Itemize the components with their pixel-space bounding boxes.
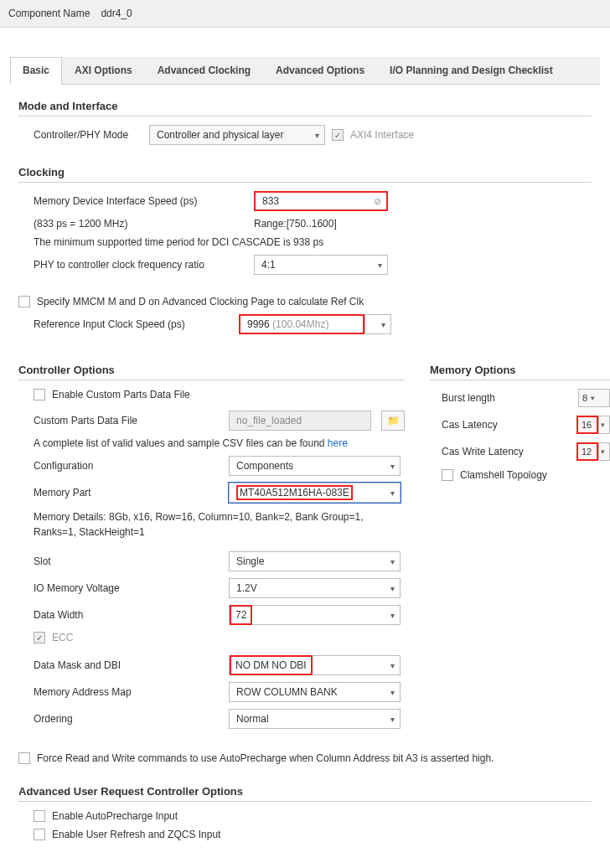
tab-io-planning[interactable]: I/O Planning and Design Checklist bbox=[377, 57, 566, 84]
divider bbox=[18, 801, 592, 802]
tab-advanced-clocking[interactable]: Advanced Clocking bbox=[145, 57, 263, 84]
controller-mode-value: Controller and physical layer bbox=[157, 129, 283, 141]
phy-ratio-select[interactable]: 4:1 ▾ bbox=[254, 255, 388, 275]
addr-map-value: ROW COLUMN BANK bbox=[236, 686, 338, 698]
chevron-down-icon: ▾ bbox=[378, 261, 382, 270]
axi4-label: AXI4 Interface bbox=[350, 129, 414, 141]
chevron-down-icon: ▾ bbox=[390, 584, 395, 593]
memory-part-value: MT40A512M16HA-083E bbox=[236, 485, 353, 500]
chevron-down-icon: ▾ bbox=[601, 447, 605, 456]
slot-select[interactable]: Single ▾ bbox=[229, 551, 401, 571]
autoprecharge-input-label: Enable AutoPrecharge Input bbox=[52, 810, 178, 822]
ref-clk-label: Reference Input Clock Speed (ps) bbox=[34, 318, 232, 330]
data-width-select[interactable]: 72 ▾ bbox=[229, 605, 401, 625]
ordering-select[interactable]: Normal ▾ bbox=[229, 709, 401, 729]
force-autoprecharge-label: Force Read and Write commands to use Aut… bbox=[37, 752, 494, 764]
enable-custom-parts-checkbox[interactable] bbox=[34, 389, 45, 400]
cas-write-latency-value: 12 bbox=[582, 447, 592, 457]
cas-write-latency-value-box[interactable]: 12 bbox=[576, 442, 598, 461]
autoprecharge-input-checkbox[interactable] bbox=[34, 810, 45, 822]
data-width-value: 72 bbox=[230, 605, 252, 625]
slot-value: Single bbox=[236, 555, 264, 567]
tab-advanced-options[interactable]: Advanced Options bbox=[263, 57, 377, 84]
custom-parts-file-label: Custom Parts Data File bbox=[34, 415, 222, 426]
divider bbox=[18, 116, 592, 116]
voltage-label: IO Memory Voltage bbox=[34, 582, 222, 594]
dm-dbi-value: NO DM NO DBI bbox=[230, 655, 313, 675]
chevron-down-icon: ▾ bbox=[601, 421, 605, 429]
csv-here-link[interactable]: here bbox=[328, 437, 348, 449]
mem-speed-input[interactable]: 833 ⊘ bbox=[254, 191, 388, 211]
divider bbox=[18, 380, 405, 380]
clear-icon[interactable]: ⊘ bbox=[374, 196, 381, 207]
ecc-checkbox bbox=[34, 632, 45, 643]
ref-clk-select-text[interactable]: 9996 (100.04Mhz) bbox=[239, 314, 364, 334]
controller-options-title: Controller Options bbox=[18, 364, 405, 376]
data-width-label: Data Width bbox=[34, 609, 222, 621]
component-name-input[interactable] bbox=[98, 5, 602, 22]
memory-part-label: Memory Part bbox=[34, 487, 222, 499]
user-refresh-zqcs-checkbox[interactable] bbox=[34, 829, 45, 840]
folder-icon: 📁 bbox=[387, 415, 400, 426]
dm-dbi-select[interactable]: NO DM NO DBI ▾ bbox=[229, 655, 401, 675]
clocking-title: Clocking bbox=[18, 166, 592, 178]
clamshell-checkbox[interactable] bbox=[442, 469, 453, 481]
cas-write-latency-chevron[interactable]: ▾ bbox=[598, 442, 610, 461]
slot-label: Slot bbox=[34, 555, 222, 567]
divider bbox=[430, 380, 610, 380]
chevron-down-icon: ▾ bbox=[390, 488, 395, 498]
custom-parts-file-input: no_file_loaded bbox=[229, 411, 371, 431]
burst-length-select[interactable]: 8 ▾ bbox=[578, 389, 610, 407]
phy-ratio-value: 4:1 bbox=[261, 259, 276, 271]
clamshell-label: Clamshell Topology bbox=[460, 469, 547, 481]
tab-axi-options[interactable]: AXI Options bbox=[62, 57, 145, 84]
controller-mode-select[interactable]: Controller and physical layer ▾ bbox=[149, 125, 325, 145]
burst-length-label: Burst length bbox=[442, 392, 495, 404]
cas-write-latency-label: Cas Write Latency bbox=[442, 446, 524, 457]
addr-map-select[interactable]: ROW COLUMN BANK ▾ bbox=[229, 682, 401, 702]
axi4-checkbox bbox=[332, 129, 344, 141]
mmcm-label: Specify MMCM M and D on Advanced Clockin… bbox=[37, 296, 364, 307]
tab-basic[interactable]: Basic bbox=[10, 57, 62, 85]
chevron-down-icon: ▾ bbox=[381, 320, 385, 329]
memory-part-select[interactable]: MT40A512M16HA-083E ▾ bbox=[229, 483, 401, 503]
range-label: Range:[750..1600] bbox=[254, 218, 337, 230]
ref-clk-freq: (100.04Mhz) bbox=[272, 318, 328, 330]
burst-length-value: 8 bbox=[582, 393, 587, 403]
ecc-label: ECC bbox=[52, 632, 73, 643]
force-autoprecharge-checkbox[interactable] bbox=[18, 752, 30, 764]
ref-clk-chevron-box[interactable]: ▾ bbox=[364, 314, 391, 334]
addr-map-label: Memory Address Map bbox=[34, 686, 222, 698]
content-area: Mode and Interface Controller/PHY Mode C… bbox=[0, 85, 610, 862]
min-period-note: The minimum supported time period for DC… bbox=[34, 236, 592, 248]
chevron-down-icon: ▾ bbox=[390, 611, 395, 620]
chevron-down-icon: ▾ bbox=[591, 394, 595, 402]
voltage-select[interactable]: 1.2V ▾ bbox=[229, 578, 401, 598]
advanced-user-title: Advanced User Request Controller Options bbox=[18, 785, 592, 798]
cas-latency-chevron[interactable]: ▾ bbox=[598, 416, 610, 434]
user-refresh-zqcs-label: Enable User Refresh and ZQCS Input bbox=[52, 829, 220, 840]
csv-note: A complete list of valid values and samp… bbox=[34, 437, 405, 449]
chevron-down-icon: ▾ bbox=[390, 661, 395, 670]
browse-button[interactable]: 📁 bbox=[381, 411, 405, 431]
cas-latency-label: Cas Latency bbox=[442, 419, 498, 431]
ordering-label: Ordering bbox=[34, 713, 222, 725]
memory-options-title: Memory Options bbox=[430, 364, 610, 376]
custom-parts-placeholder: no_file_loaded bbox=[236, 415, 302, 426]
mem-speed-value: 833 bbox=[262, 195, 279, 207]
mem-speed-label: Memory Device Interface Speed (ps) bbox=[34, 195, 247, 207]
chevron-down-icon: ▾ bbox=[390, 557, 395, 566]
component-name-bar: Component Name bbox=[0, 0, 610, 28]
configuration-select[interactable]: Components ▾ bbox=[229, 456, 401, 476]
component-name-label: Component Name bbox=[8, 8, 90, 19]
configuration-value: Components bbox=[236, 460, 293, 472]
voltage-value: 1.2V bbox=[236, 582, 257, 594]
ref-clk-value: 9996 bbox=[247, 318, 270, 330]
configuration-label: Configuration bbox=[34, 460, 222, 472]
csv-note-text: A complete list of valid values and samp… bbox=[34, 437, 328, 449]
mem-speed-note: (833 ps = 1200 MHz) bbox=[34, 218, 247, 230]
mmcm-checkbox[interactable] bbox=[18, 296, 30, 307]
mode-interface-title: Mode and Interface bbox=[18, 100, 592, 112]
controller-mode-label: Controller/PHY Mode bbox=[34, 129, 142, 141]
cas-latency-value-box[interactable]: 16 bbox=[576, 416, 598, 434]
